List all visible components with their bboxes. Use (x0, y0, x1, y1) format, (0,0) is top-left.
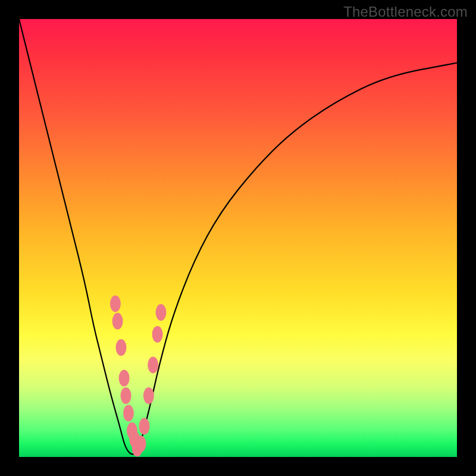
curve-svg (19, 19, 457, 457)
bottleneck-curve (19, 19, 457, 454)
marker-dot (121, 387, 131, 404)
plot-area (19, 19, 457, 457)
chart-frame: TheBottleneck.com (0, 0, 476, 476)
marker-dot (136, 436, 146, 452)
marker-dot (119, 370, 130, 387)
marker-dot (148, 356, 158, 373)
marker-dot (139, 418, 150, 435)
marker-dot (112, 313, 123, 330)
marker-dot (156, 304, 167, 321)
marker-dot (152, 326, 163, 343)
marker-dot (143, 387, 154, 404)
marker-dot (110, 295, 121, 312)
watermark-text: TheBottleneck.com (343, 4, 468, 20)
marker-dot (116, 339, 127, 356)
marker-group (110, 295, 167, 456)
marker-dot (123, 405, 134, 421)
